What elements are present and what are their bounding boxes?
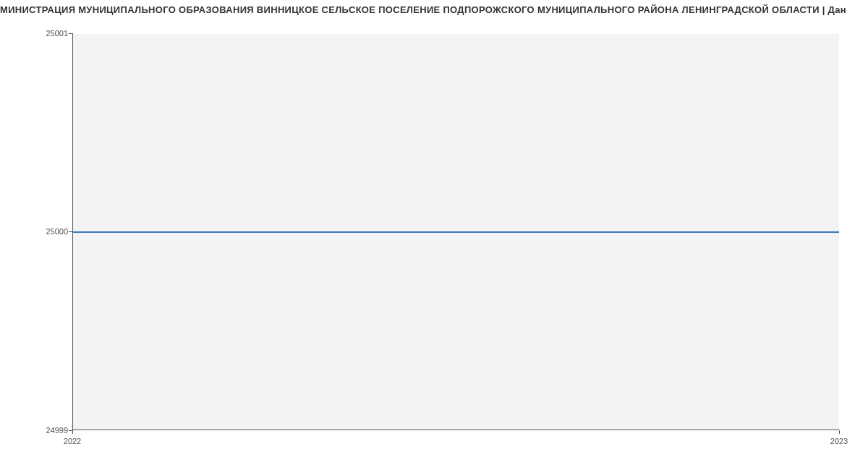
x-tick-mark xyxy=(72,430,73,434)
plot-area xyxy=(72,33,839,430)
y-tick-label: 24999 xyxy=(46,426,68,435)
y-tick-mark xyxy=(69,33,72,34)
data-line-series1 xyxy=(73,231,839,233)
y-tick-label: 25000 xyxy=(46,227,68,236)
x-tick-mark xyxy=(839,430,840,434)
chart-title: МИНИСТРАЦИЯ МУНИЦИПАЛЬНОГО ОБРАЗОВАНИЯ В… xyxy=(0,4,868,15)
x-tick-label: 2022 xyxy=(64,437,81,445)
y-tick-label: 25001 xyxy=(46,29,68,38)
x-tick-label: 2023 xyxy=(830,437,848,445)
y-tick-mark xyxy=(69,231,72,232)
chart-container: МИНИСТРАЦИЯ МУНИЦИПАЛЬНОГО ОБРАЗОВАНИЯ В… xyxy=(0,0,868,470)
gridline-top xyxy=(73,33,839,34)
